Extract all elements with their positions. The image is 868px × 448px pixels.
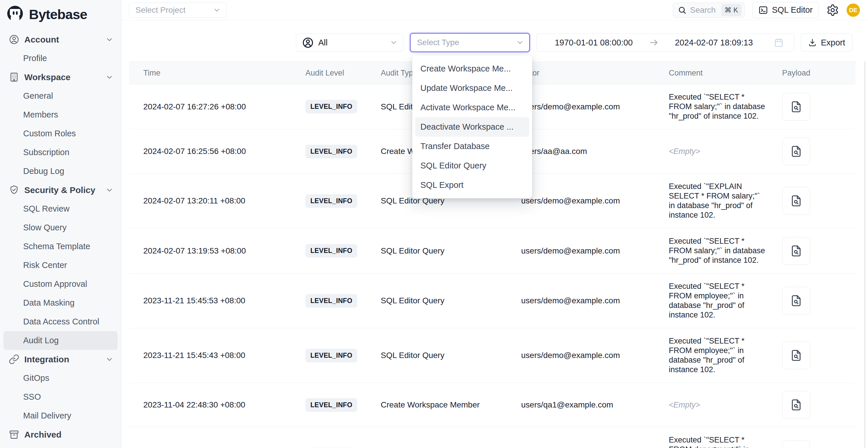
type-filter-placeholder: Select Type xyxy=(417,38,459,47)
brand-logo[interactable]: Bytebase xyxy=(0,0,121,28)
cell-actor: users/demo@example.com xyxy=(521,246,669,256)
file-search-icon xyxy=(789,398,803,412)
level-badge: LEVEL_INFO xyxy=(305,398,357,412)
sidebar-item-data-access-control[interactable]: Data Access Control xyxy=(3,312,118,331)
sidebar-item-data-masking[interactable]: Data Masking xyxy=(3,293,118,312)
file-search-icon xyxy=(789,244,803,258)
sidebar-section-security-policy[interactable]: Security & Policy xyxy=(3,181,118,199)
payload-view-button[interactable] xyxy=(782,441,810,448)
cell-time: 2023-11-21 15:45:43 +08:00 xyxy=(129,351,305,360)
sidebar-section-account[interactable]: Account xyxy=(3,30,118,49)
sidebar-section-integration[interactable]: Integration xyxy=(3,350,118,369)
cell-time: 2024-02-07 13:19:53 +08:00 xyxy=(129,246,305,256)
chevron-down-icon xyxy=(390,38,398,46)
payload-view-button[interactable] xyxy=(782,287,810,315)
sidebar-item-profile[interactable]: Profile xyxy=(3,49,118,68)
date-to-value: 2024-02-07 18:09:13 xyxy=(675,38,753,47)
cell-comment: Executed `"SELECT * FROM salary;"` in da… xyxy=(669,92,773,121)
sidebar-item-schema-template[interactable]: Schema Template xyxy=(3,237,118,256)
actor-filter-select[interactable]: All xyxy=(296,34,403,52)
level-badge: LEVEL_INFO xyxy=(305,349,357,362)
sidebar-item-members[interactable]: Members xyxy=(3,105,118,124)
sidebar-item-audit-log[interactable]: Audit Log xyxy=(3,331,118,350)
export-button[interactable]: Export xyxy=(801,34,852,52)
payload-view-button[interactable] xyxy=(782,342,810,369)
sidebar-item-gitops[interactable]: GitOps xyxy=(3,369,118,387)
level-badge: LEVEL_INFO xyxy=(305,194,357,208)
column-header-actor: Actor xyxy=(521,69,669,77)
cell-audit-level: LEVEL_INFO xyxy=(305,244,381,258)
payload-view-button[interactable] xyxy=(782,137,810,165)
arrow-right-icon xyxy=(649,38,659,47)
sidebar: Bytebase Account Profile Workspace Gener… xyxy=(0,0,121,448)
chevron-down-icon xyxy=(105,186,114,194)
cell-actor: users/demo@example.com xyxy=(521,351,669,360)
type-menu-item[interactable]: Transfer Database xyxy=(415,137,529,156)
cell-comment: Executed `"EXPLAIN SELECT * FROM salary;… xyxy=(669,182,773,220)
sidebar-item-custom-roles[interactable]: Custom Roles xyxy=(3,124,118,143)
type-menu-item[interactable]: SQL Export xyxy=(415,175,529,195)
scrollbar[interactable] xyxy=(864,61,865,448)
level-badge: LEVEL_INFO xyxy=(305,145,357,158)
sidebar-item-sso[interactable]: SSO xyxy=(3,387,118,406)
level-badge: LEVEL_INFO xyxy=(305,100,357,114)
chevron-down-icon xyxy=(516,38,524,46)
cell-audit-level: LEVEL_INFO xyxy=(305,294,381,308)
cell-time: 2024-02-07 16:25:56 +08:00 xyxy=(129,147,305,156)
sidebar-item-custom-approval[interactable]: Custom Approval xyxy=(3,275,118,293)
sidebar-item-general[interactable]: General xyxy=(3,87,118,105)
chevron-down-icon xyxy=(105,73,114,81)
cell-audit-type: SQL Editor Query xyxy=(381,246,521,256)
cell-actor: users/demo@example.com xyxy=(521,102,669,111)
terminal-icon xyxy=(758,5,768,15)
sql-editor-label: SQL Editor xyxy=(772,5,813,15)
cell-comment: Executed `"SELECT * FROM employee;"` in … xyxy=(669,282,773,320)
sidebar-item-debug-log[interactable]: Debug Log xyxy=(3,162,118,181)
sidebar-item-risk-center[interactable]: Risk Center xyxy=(3,256,118,275)
sidebar-item-subscription[interactable]: Subscription xyxy=(3,143,118,162)
column-header-payload: Payload xyxy=(773,69,819,77)
file-search-icon xyxy=(789,294,803,307)
sidebar-item-slow-query[interactable]: Slow Query xyxy=(3,218,118,237)
search-placeholder: Search xyxy=(690,5,717,15)
file-search-icon xyxy=(789,349,803,362)
table-row: 2023-11-04 22:48:30 +08:00 LEVEL_INFO Cr… xyxy=(129,383,856,427)
sidebar-item-mail-delivery[interactable]: Mail Delivery xyxy=(3,406,118,425)
type-menu-item[interactable]: Create Workspace Me... xyxy=(415,59,529,78)
sidebar-item-sql-review[interactable]: SQL Review xyxy=(3,199,118,218)
actor-filter-value: All xyxy=(318,38,390,47)
project-select[interactable]: Select Project xyxy=(129,3,226,18)
search-icon xyxy=(678,6,686,14)
topbar: Select Project Search ⌘ K SQL Editor DE xyxy=(122,0,868,20)
chevron-down-icon xyxy=(105,36,114,44)
type-menu-item[interactable]: Activate Workspace Me... xyxy=(415,98,529,117)
type-menu-item[interactable]: SQL Editor Query xyxy=(415,156,529,175)
sql-editor-button[interactable]: SQL Editor xyxy=(752,2,819,18)
download-icon xyxy=(808,38,817,47)
column-header-audit-level: Audit Level xyxy=(305,69,381,77)
sidebar-section-workspace[interactable]: Workspace xyxy=(3,68,118,87)
brand-name: Bytebase xyxy=(29,6,87,22)
type-menu-item[interactable]: Update Workspace Me... xyxy=(415,78,529,98)
sidebar-section-archived[interactable]: Archived xyxy=(3,425,118,444)
payload-view-button[interactable] xyxy=(782,93,810,121)
type-menu-item[interactable]: Deactivate Workspace ... xyxy=(415,117,529,137)
table-row: 2023-11-21 15:45:53 +08:00 LEVEL_INFO SQ… xyxy=(129,274,856,328)
cell-comment: Executed `"SELECT * FROM employee;"` in … xyxy=(669,336,773,375)
type-filter-select[interactable]: Select Type xyxy=(410,33,530,52)
cell-audit-type: SQL Editor Query xyxy=(381,296,521,305)
date-range-picker[interactable]: 1970-01-01 08:00:00 2024-02-07 18:09:13 xyxy=(536,34,794,52)
avatar[interactable]: DE xyxy=(846,3,860,17)
payload-view-button[interactable] xyxy=(782,187,810,215)
column-header-comment: Comment xyxy=(669,69,773,77)
cell-actor: users/demo@example.com xyxy=(521,296,669,305)
payload-view-button[interactable] xyxy=(782,391,810,419)
search-shortcut-kbd: ⌘ K xyxy=(721,4,742,16)
cell-time: 2023-11-21 15:45:53 +08:00 xyxy=(129,296,305,305)
filter-bar: All Select Type 1970-01-01 08:00:00 2024… xyxy=(122,33,852,52)
user-avatar-icon xyxy=(302,37,314,49)
search-input[interactable]: Search ⌘ K xyxy=(673,3,745,18)
payload-view-button[interactable] xyxy=(782,237,810,265)
settings-gear-icon[interactable] xyxy=(826,4,839,17)
date-from-value: 1970-01-01 08:00:00 xyxy=(555,38,632,47)
